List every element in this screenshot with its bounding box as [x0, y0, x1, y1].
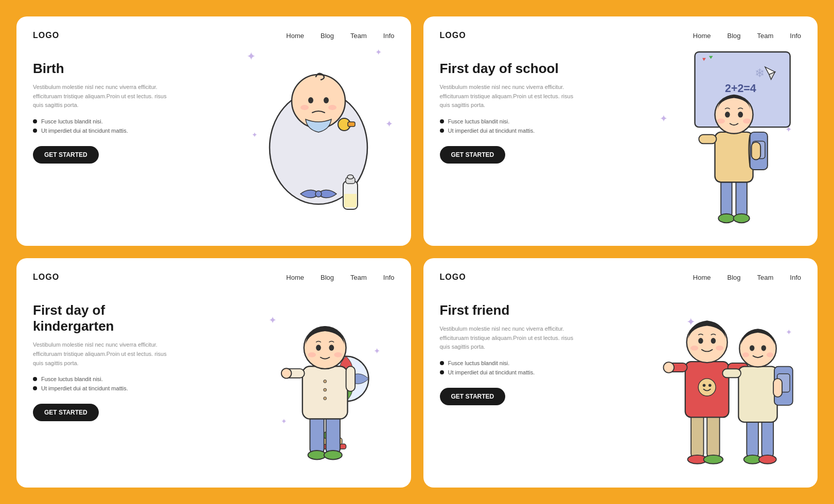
content-school: First day of school Vestibulum molestie …: [440, 61, 574, 164]
bullet-dot: [440, 370, 444, 374]
svg-point-33: [715, 96, 753, 134]
svg-text:✦: ✦: [374, 347, 380, 355]
svg-point-36: [717, 119, 725, 124]
svg-text:✦: ✦: [252, 131, 258, 139]
svg-point-61: [334, 352, 342, 357]
title-friend: First friend: [440, 302, 574, 318]
title-school: First day of school: [440, 61, 574, 77]
svg-point-5: [315, 191, 322, 197]
svg-point-10: [328, 105, 336, 110]
svg-text:✦: ✦: [385, 119, 393, 129]
body-friend: Vestibulum molestie nisl nec nunc viverr…: [440, 325, 574, 352]
card-friend: LOGO Home Blog Team Info First friend Ve…: [423, 258, 818, 488]
illustration-school: ✦ ✦ 2+2=4 ❄: [643, 32, 807, 227]
bullet-kindergarten-2: Ut imperdiet dui at tincidunt mattis.: [33, 385, 167, 391]
illustration-birth: ✦ ✦ ✦ ✦: [236, 32, 401, 227]
title-kindergarten: First day of kindergarten: [33, 302, 167, 334]
svg-rect-32: [752, 142, 761, 159]
main-grid: LOGO Home Blog Team Info Birth Vestibulu…: [0, 0, 834, 504]
svg-text:❄: ❄: [755, 66, 765, 80]
svg-text:✦: ✦: [280, 418, 287, 425]
svg-point-26: [718, 214, 734, 223]
svg-point-78: [690, 346, 698, 350]
svg-rect-50: [302, 366, 347, 419]
cta-friend[interactable]: GET STARTED: [440, 388, 506, 405]
svg-point-92: [742, 352, 749, 357]
svg-rect-12: [348, 122, 355, 127]
svg-point-77: [711, 338, 716, 344]
bullet-dot: [33, 119, 37, 123]
svg-rect-47: [326, 414, 340, 454]
bullet-friend-1: Fusce luctus blandit nisi.: [440, 360, 574, 366]
bullet-dot: [440, 361, 444, 365]
cta-kindergarten[interactable]: GET STARTED: [33, 404, 99, 421]
card-school: LOGO Home Blog Team Info First day of sc…: [423, 16, 818, 246]
svg-text:✦: ✦: [686, 316, 696, 328]
cta-school[interactable]: GET STARTED: [440, 146, 506, 164]
bullets-kindergarten: Fusce luctus blandit nisi. Ut imperdiet …: [33, 376, 167, 391]
svg-point-91: [761, 345, 766, 351]
svg-point-53: [323, 397, 326, 400]
content-birth: Birth Vestibulum molestie nisl nec nunc …: [33, 61, 167, 164]
svg-point-59: [329, 345, 334, 351]
content-friend: First friend Vestibulum molestie nisl ne…: [440, 302, 574, 405]
svg-point-76: [698, 338, 703, 344]
svg-point-16: [347, 175, 353, 179]
svg-rect-25: [736, 177, 747, 218]
svg-rect-80: [747, 417, 758, 458]
svg-point-9: [300, 105, 309, 110]
cta-birth[interactable]: GET STARTED: [33, 146, 99, 164]
bullet-kindergarten-1: Fusce luctus blandit nisi.: [33, 376, 167, 382]
svg-point-52: [323, 388, 326, 391]
svg-rect-55: [346, 366, 355, 391]
svg-point-34: [725, 112, 730, 118]
svg-point-71: [708, 384, 712, 387]
svg-point-74: [663, 362, 674, 373]
svg-point-48: [308, 451, 326, 460]
svg-rect-64: [691, 412, 703, 458]
bullet-school-2: Ut imperdiet dui at tincidunt mattis.: [440, 128, 574, 134]
svg-rect-28: [715, 132, 753, 182]
svg-point-49: [324, 451, 342, 460]
svg-rect-81: [762, 417, 774, 458]
svg-point-67: [704, 455, 723, 464]
svg-text:✦: ✦: [268, 314, 276, 326]
svg-rect-88: [722, 369, 741, 377]
svg-point-60: [308, 352, 316, 357]
bullets-school: Fusce luctus blandit nisi. Ut imperdiet …: [440, 118, 574, 134]
svg-text:✦: ✦: [786, 328, 792, 336]
illustration-kindergarten: ✦ ✦ ✦: [236, 274, 401, 469]
svg-rect-84: [738, 367, 777, 422]
card-kindergarten: LOGO Home Blog Team Info First day of ki…: [16, 258, 411, 488]
bullet-school-1: Fusce luctus blandit nisi.: [440, 118, 574, 124]
svg-point-8: [324, 97, 329, 103]
svg-point-37: [743, 119, 751, 124]
svg-point-69: [698, 379, 716, 396]
bullet-dot: [33, 377, 37, 381]
svg-rect-65: [707, 412, 719, 458]
bullet-dot: [440, 119, 444, 123]
body-kindergarten: Vestibulum molestie nisl nec nunc viverr…: [33, 340, 167, 368]
svg-text:2+2=4: 2+2=4: [725, 82, 756, 95]
svg-point-58: [316, 345, 321, 351]
svg-rect-87: [773, 379, 782, 397]
bullets-friend: Fusce luctus blandit nisi. Ut imperdiet …: [440, 360, 574, 375]
svg-point-70: [703, 384, 706, 387]
bullet-dot: [440, 129, 444, 133]
bullets-birth: Fusce luctus blandit nisi. Ut imperdiet …: [33, 118, 167, 134]
logo-school: LOGO: [440, 31, 466, 40]
svg-point-56: [281, 368, 291, 378]
svg-text:✦: ✦: [660, 113, 668, 124]
svg-point-7: [308, 97, 313, 103]
illustration-friend: ✦ ✦: [643, 274, 807, 469]
bullet-dot: [33, 129, 37, 133]
svg-point-35: [738, 112, 743, 118]
logo-birth: LOGO: [33, 31, 59, 40]
svg-rect-31: [699, 135, 716, 144]
body-school: Vestibulum molestie nisl nec nunc viverr…: [440, 83, 574, 110]
svg-point-51: [323, 380, 326, 383]
body-birth: Vestibulum molestie nisl nec nunc viverr…: [33, 83, 167, 110]
svg-point-79: [716, 346, 723, 350]
svg-point-93: [767, 352, 773, 357]
svg-point-27: [734, 214, 750, 223]
